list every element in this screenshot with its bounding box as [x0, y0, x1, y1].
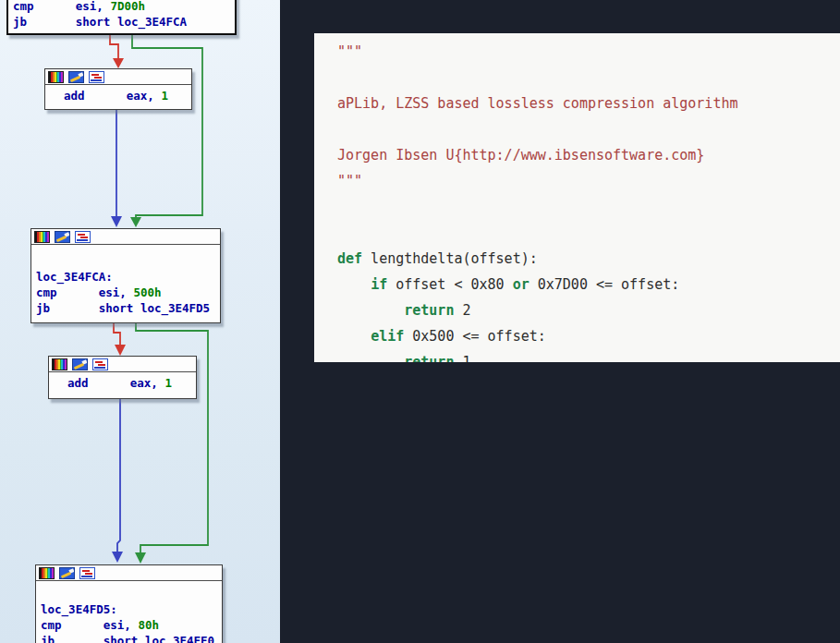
graph-node-loc-3E4FCA[interactable]: loc_3E4FCA:cmp esi, 500hjb short loc_3E4… — [30, 228, 221, 323]
edge-red-2 — [114, 323, 126, 356]
code-pane-background: """ aPLib, LZSS based lossless compressi… — [280, 0, 840, 643]
node-color-icon[interactable] — [48, 71, 64, 83]
node-color-icon[interactable] — [52, 358, 67, 370]
group-node-icon[interactable] — [79, 567, 95, 579]
edge-blue-1 — [111, 110, 122, 227]
asm-instruction: add eax, 1 — [67, 375, 192, 391]
group-node-icon[interactable] — [92, 358, 108, 370]
edit-node-icon[interactable] — [72, 358, 88, 370]
edit-node-icon[interactable] — [59, 567, 75, 579]
asm-instruction: add eax, 1 — [64, 88, 188, 103]
node-color-icon[interactable] — [39, 567, 55, 579]
graph-node-loc-3E4FD5[interactable]: loc_3E4FD5:cmp esi, 80hjb short loc_3E4F… — [35, 564, 223, 643]
code-line: return 2 — [337, 297, 840, 323]
python-source-panel[interactable]: """ aPLib, LZSS based lossless compressi… — [314, 33, 840, 362]
edge-blue-2 — [112, 399, 123, 563]
code-line: def lengthdelta(offset): — [337, 246, 840, 272]
asm-instruction: jb short loc_3E4FCA — [13, 14, 231, 30]
code-line: """ — [337, 168, 840, 194]
node-toolbar — [49, 357, 196, 372]
node-color-icon[interactable] — [34, 231, 50, 243]
node-toolbar — [36, 565, 222, 581]
code-line: aPLib, LZSS based lossless compression a… — [337, 91, 840, 116]
asm-instruction: cmp esi, 80h — [41, 617, 218, 633]
asm-instruction: cmp esi, 500h — [36, 285, 216, 300]
code-line — [337, 220, 840, 246]
asm-instruction: cmp esi, 7D00h — [13, 0, 231, 14]
graph-node-add-1[interactable]: add eax, 1 — [44, 68, 192, 110]
edit-node-icon[interactable] — [55, 231, 70, 243]
node-toolbar — [31, 229, 220, 245]
python-source-code: """ aPLib, LZSS based lossless compressi… — [314, 33, 840, 362]
asm-label: loc_3E4FD5: — [41, 601, 218, 617]
code-line: """ — [337, 39, 840, 65]
asm-instruction: jb short loc_3E4FE0 — [41, 633, 218, 643]
asm-label: loc_3E4FCA: — [36, 269, 216, 285]
code-line: if offset < 0x80 or 0x7D00 <= offset: — [337, 272, 840, 297]
screen: cmp esi, 7D00hjb short loc_3E4FCA add ea… — [0, 0, 840, 643]
edge-red-1 — [110, 35, 124, 68]
code-line — [337, 65, 840, 91]
edge-green-1 — [130, 35, 202, 227]
node-toolbar — [45, 69, 191, 85]
edit-node-icon[interactable] — [68, 71, 84, 83]
group-node-icon[interactable] — [75, 231, 91, 243]
code-line: return 1 — [337, 349, 840, 362]
graph-node-top[interactable]: cmp esi, 7D00hjb short loc_3E4FCA — [6, 0, 237, 35]
code-line: Jorgen Ibsen U{http://www.ibsensoftware.… — [337, 142, 840, 168]
code-line — [337, 194, 840, 220]
group-node-icon[interactable] — [89, 71, 104, 83]
code-line: elif 0x500 <= offset: — [337, 323, 840, 349]
disassembly-graph-pane[interactable]: cmp esi, 7D00hjb short loc_3E4FCA add ea… — [0, 0, 280, 643]
code-line — [337, 116, 840, 142]
asm-instruction: jb short loc_3E4FD5 — [36, 300, 216, 316]
graph-node-add-2[interactable]: add eax, 1 — [48, 356, 197, 399]
